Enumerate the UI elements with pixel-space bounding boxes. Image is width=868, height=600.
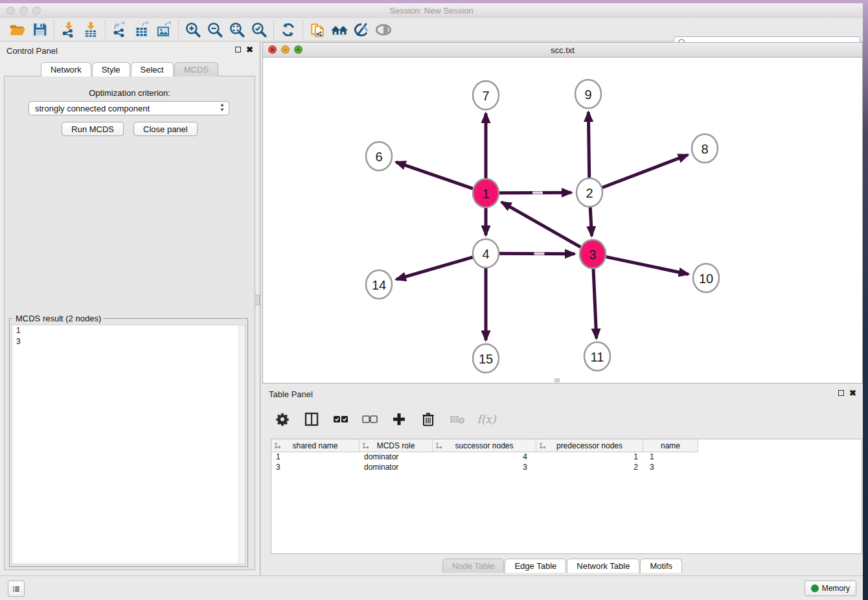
export-network-icon — [111, 21, 128, 38]
function-builder-button[interactable]: f(x) — [477, 410, 496, 429]
float-panel-icon[interactable] — [838, 390, 844, 396]
network-window-titlebar: ✕ − + scc.txt — [263, 43, 862, 58]
column-header-predecessor-nodes[interactable]: predecessor nodes — [536, 439, 643, 452]
control-panel-header: Control Panel ✖ — [0, 42, 260, 59]
checked-boxes-icon — [332, 412, 349, 426]
hide-labels-icon — [353, 21, 370, 38]
graph-node-4[interactable]: 4 — [473, 239, 499, 268]
result-item: 3 — [12, 336, 245, 347]
optimization-criterion-label: Optimization criterion: — [5, 88, 255, 98]
svg-text:6: 6 — [375, 150, 382, 164]
column-layout-button[interactable] — [302, 410, 321, 429]
cell-shared-name: 1 — [271, 452, 360, 463]
delete-table-button[interactable] — [448, 410, 467, 429]
window-titlebar: Session: New Session — [0, 3, 863, 19]
svg-text:8: 8 — [701, 142, 708, 156]
table-settings-button[interactable] — [273, 410, 292, 429]
duplicate-network-button[interactable] — [306, 20, 328, 40]
tab-select[interactable]: Select — [131, 62, 174, 76]
memory-label: Memory — [822, 584, 850, 593]
zoom-out-icon — [207, 21, 223, 38]
task-history-button[interactable] — [8, 581, 25, 597]
toggle-birdseye-button[interactable] — [372, 20, 394, 40]
memory-status-icon — [811, 584, 819, 592]
cell-name: 1 — [643, 452, 698, 463]
result-scrollbar[interactable] — [238, 325, 245, 564]
apply-layout-button[interactable] — [277, 20, 299, 40]
graph-node-6[interactable]: 6 — [366, 142, 392, 170]
table-toolbar: f(x) — [273, 408, 496, 431]
app-window: Session: New Session — [0, 3, 863, 600]
svg-text:14: 14 — [372, 278, 386, 292]
network-graph[interactable]: 7968124314101511 — [263, 58, 862, 383]
graph-node-15[interactable]: 15 — [473, 344, 499, 373]
panel-divider-handle[interactable] — [255, 295, 260, 305]
svg-text:3: 3 — [589, 248, 596, 262]
graph-node-10[interactable]: 10 — [693, 264, 719, 292]
graph-node-2[interactable]: 2 — [577, 178, 602, 207]
mcds-result-list[interactable]: 1 3 — [12, 325, 246, 564]
table-panel: Table Panel ✖ — [262, 386, 863, 575]
zoom-fit-button[interactable] — [226, 20, 248, 40]
tab-network[interactable]: Network — [41, 62, 91, 76]
deselect-all-button[interactable] — [360, 410, 380, 429]
export-table-icon — [133, 21, 150, 38]
svg-text:10: 10 — [699, 271, 713, 286]
tab-mcds[interactable]: MCDS — [174, 62, 218, 76]
network-canvas[interactable]: 7968124314101511 — [263, 58, 862, 383]
table-row[interactable]: 1 dominator 4 1 1 — [271, 452, 862, 463]
open-session-button[interactable] — [6, 20, 29, 40]
hide-labels-button[interactable] — [350, 20, 372, 40]
float-panel-icon[interactable] — [235, 47, 241, 52]
graph-node-7[interactable]: 7 — [473, 81, 499, 110]
table-row[interactable]: 3 dominator 3 2 3 — [271, 463, 862, 473]
result-item: 1 — [12, 325, 245, 336]
home-view-button[interactable] — [328, 20, 350, 40]
graph-node-3[interactable]: 3 — [580, 240, 606, 268]
memory-button[interactable]: Memory — [805, 581, 856, 596]
zoom-selected-icon — [251, 21, 268, 38]
trash-icon — [421, 411, 435, 427]
panel-divider[interactable] — [260, 42, 260, 575]
tab-node-table[interactable]: Node Table — [442, 559, 505, 573]
close-panel-button[interactable]: Close panel — [133, 122, 198, 136]
tab-network-table[interactable]: Network Table — [567, 559, 639, 573]
close-panel-icon[interactable]: ✖ — [246, 46, 253, 53]
tab-style[interactable]: Style — [92, 62, 130, 76]
graph-node-11[interactable]: 11 — [584, 342, 610, 371]
run-mcds-button[interactable]: Run MCDS — [62, 122, 124, 136]
graph-node-9[interactable]: 9 — [575, 80, 601, 108]
delete-column-button[interactable] — [418, 410, 438, 429]
import-network-button[interactable] — [58, 20, 80, 40]
column-header-shared-name[interactable]: shared name — [271, 439, 360, 452]
cell-predecessor-nodes: 1 — [536, 452, 643, 463]
criterion-dropdown[interactable]: strongly connected component ▲▼ — [29, 101, 229, 115]
zoom-out-button[interactable] — [204, 20, 226, 40]
close-panel-icon[interactable]: ✖ — [849, 389, 856, 397]
import-table-button[interactable] — [80, 20, 102, 40]
save-session-button[interactable] — [29, 20, 51, 40]
export-image-button[interactable] — [153, 20, 175, 40]
column-header-successor-nodes[interactable]: successor nodes — [433, 439, 536, 452]
column-header-name[interactable]: name — [643, 439, 698, 452]
zoom-selected-button[interactable] — [248, 20, 270, 40]
graph-node-8[interactable]: 8 — [692, 134, 718, 163]
graph-node-14[interactable]: 14 — [366, 270, 392, 299]
desktop-wallpaper-right — [863, 4, 868, 600]
zoom-in-button[interactable] — [182, 20, 204, 40]
gear-icon — [275, 412, 290, 426]
tab-edge-table[interactable]: Edge Table — [505, 559, 566, 573]
toolbar-separator — [105, 20, 106, 40]
export-network-button[interactable] — [109, 20, 131, 40]
network-resize-handle[interactable] — [554, 378, 560, 382]
export-table-button[interactable] — [131, 20, 153, 40]
cell-successor-nodes: 3 — [433, 463, 536, 473]
tab-motifs[interactable]: Motifs — [640, 559, 682, 573]
svg-text:4: 4 — [482, 247, 489, 261]
network-window: ✕ − + scc.txt 7968124314101511 — [262, 42, 863, 384]
graph-node-1[interactable]: 1 — [473, 179, 499, 207]
window-title: Session: New Session — [0, 6, 863, 16]
add-column-button[interactable] — [389, 410, 409, 429]
column-header-mcds-role[interactable]: MCDS role — [360, 439, 433, 452]
select-all-button[interactable] — [331, 410, 350, 429]
